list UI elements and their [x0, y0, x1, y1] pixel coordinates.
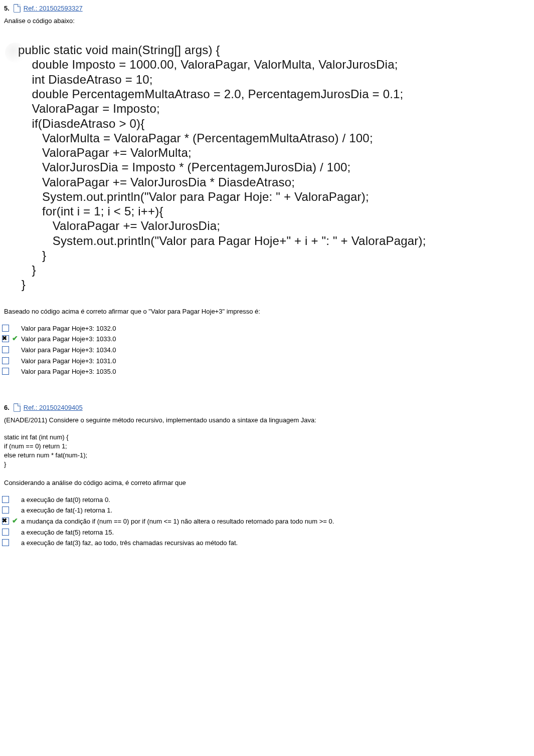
option-text: Valor para Pagar Hoje+3: 1035.0	[21, 367, 533, 376]
question-number: 5.	[4, 5, 10, 12]
options-list: a execução de fat(0) retorna 0.a execuçã…	[0, 492, 534, 551]
option-text: a execução de fat(5) retorna 15.	[21, 528, 533, 537]
option-row[interactable]: Valor para Pagar Hoje+3: 1034.0	[1, 345, 534, 356]
correct-tick-icon: ✔	[12, 517, 18, 524]
option-checkbox[interactable]	[2, 496, 9, 503]
option-checkbox[interactable]	[2, 346, 9, 353]
option-checkbox[interactable]	[2, 368, 9, 375]
option-checkbox[interactable]	[2, 518, 9, 525]
correct-tick-icon: ✔	[12, 335, 18, 342]
option-row[interactable]: a execução de fat(3) faz, ao todo, três …	[1, 538, 534, 549]
option-text: Valor para Pagar Hoje+3: 1032.0	[21, 324, 533, 333]
option-row[interactable]: Valor para Pagar Hoje+3: 1032.0	[1, 323, 534, 334]
question-ref-label: Ref.: 201502593327	[24, 5, 83, 12]
option-row[interactable]: ✔a mudança da condição if (num == 0) por…	[1, 516, 534, 527]
question-ref-link[interactable]: Ref.: 201502409405	[14, 403, 83, 412]
option-text: a mudança da condição if (num == 0) por …	[21, 517, 533, 526]
question-stem: Analise o código abaixo:	[0, 14, 534, 31]
code-block: public static void main(String[] args) {…	[0, 31, 534, 304]
option-row[interactable]: Valor para Pagar Hoje+3: 1035.0	[1, 366, 534, 377]
option-text: Valor para Pagar Hoje+3: 1031.0	[21, 357, 533, 366]
question-ref-link[interactable]: Ref.: 201502593327	[14, 4, 83, 13]
option-checkbox[interactable]	[2, 529, 9, 536]
option-text: a execução de fat(-1) retorna 1.	[21, 506, 533, 515]
option-row[interactable]: a execução de fat(-1) retorna 1.	[1, 505, 534, 516]
question-ref-label: Ref.: 201502409405	[24, 404, 83, 411]
question-body: static int fat (int num) { if (num == 0)…	[0, 430, 534, 492]
option-row[interactable]: ✔Valor para Pagar Hoje+3: 1033.0	[1, 334, 534, 345]
question-number: 6.	[4, 404, 10, 411]
option-text: Valor para Pagar Hoje+3: 1033.0	[21, 335, 533, 344]
option-text: a execução de fat(0) retorna 0.	[21, 495, 533, 505]
option-text: Valor para Pagar Hoje+3: 1034.0	[21, 346, 533, 355]
question-followup: Baseado no código acima é correto afirma…	[0, 304, 534, 321]
question-6: 6. Ref.: 201502409405 (ENADE/2011) Consi…	[0, 399, 534, 556]
option-checkbox[interactable]	[2, 357, 9, 364]
question-5: 5. Ref.: 201502593327 Analise o código a…	[0, 0, 534, 384]
option-checkbox[interactable]	[2, 335, 9, 342]
option-text: a execução de fat(3) faz, ao todo, três …	[21, 539, 533, 548]
page-icon	[14, 4, 21, 13]
option-checkbox[interactable]	[2, 507, 9, 514]
option-row[interactable]: Valor para Pagar Hoje+3: 1031.0	[1, 356, 534, 367]
option-row[interactable]: a execução de fat(0) retorna 0.	[1, 494, 534, 506]
option-checkbox[interactable]	[2, 325, 9, 332]
option-row[interactable]: a execução de fat(5) retorna 15.	[1, 527, 534, 538]
option-checkbox[interactable]	[2, 539, 9, 546]
options-list: Valor para Pagar Hoje+3: 1032.0✔Valor pa…	[0, 321, 534, 379]
page-icon	[14, 403, 21, 412]
question-stem: (ENADE/2011) Considere o seguinte método…	[0, 413, 534, 430]
